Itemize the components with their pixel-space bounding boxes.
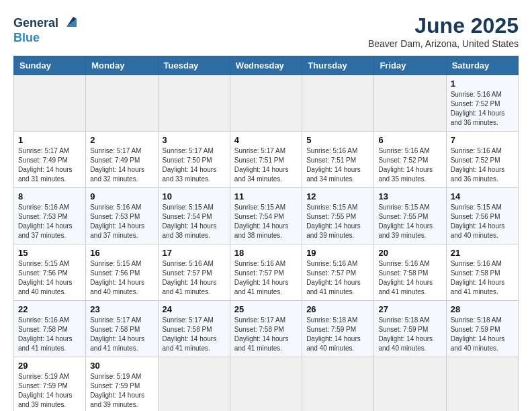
day-number: 30 <box>90 361 153 371</box>
day-info: Sunrise: 5:16 AMSunset: 7:57 PMDaylight:… <box>306 259 369 297</box>
calendar-week-row: 15Sunrise: 5:15 AMSunset: 7:56 PMDayligh… <box>14 244 519 301</box>
day-number: 27 <box>378 304 441 314</box>
day-number: 23 <box>90 304 153 314</box>
day-number: 29 <box>18 361 81 371</box>
day-number: 16 <box>90 248 153 258</box>
day-number: 26 <box>306 304 369 314</box>
calendar-cell: 30Sunrise: 5:19 AMSunset: 7:59 PMDayligh… <box>86 357 158 412</box>
logo-icon <box>60 13 80 34</box>
day-number: 11 <box>234 191 298 201</box>
day-info: Sunrise: 5:17 AMSunset: 7:49 PMDaylight:… <box>18 146 81 184</box>
calendar-cell: 15Sunrise: 5:15 AMSunset: 7:56 PMDayligh… <box>14 244 86 301</box>
calendar-cell: 10Sunrise: 5:15 AMSunset: 7:54 PMDayligh… <box>158 188 230 244</box>
day-number: 5 <box>306 135 369 145</box>
calendar-header-row: SundayMondayTuesdayWednesdayThursdayFrid… <box>14 56 519 75</box>
day-info: Sunrise: 5:16 AMSunset: 7:53 PMDaylight:… <box>18 203 81 240</box>
day-number: 7 <box>451 135 514 145</box>
day-number: 10 <box>163 191 226 201</box>
day-number: 12 <box>306 191 369 201</box>
calendar-cell: 3Sunrise: 5:17 AMSunset: 7:50 PMDaylight… <box>158 132 230 188</box>
day-number: 4 <box>234 135 298 145</box>
main-title: June 2025 <box>368 13 519 38</box>
day-info: Sunrise: 5:17 AMSunset: 7:58 PMDaylight:… <box>90 316 153 353</box>
logo: General Blue <box>13 13 80 45</box>
calendar-cell: 18Sunrise: 5:16 AMSunset: 7:57 PMDayligh… <box>230 244 302 301</box>
day-number: 3 <box>163 135 226 145</box>
day-info: Sunrise: 5:19 AMSunset: 7:59 PMDaylight:… <box>18 372 81 410</box>
day-number: 14 <box>451 191 514 201</box>
calendar-cell: 11Sunrise: 5:15 AMSunset: 7:54 PMDayligh… <box>230 188 302 244</box>
weekday-header: Friday <box>374 56 446 75</box>
subtitle: Beaver Dam, Arizona, United States <box>368 38 519 49</box>
calendar-cell: 20Sunrise: 5:16 AMSunset: 7:58 PMDayligh… <box>374 244 446 301</box>
calendar-cell <box>230 357 302 412</box>
calendar-cell: 16Sunrise: 5:15 AMSunset: 7:56 PMDayligh… <box>86 244 158 301</box>
day-info: Sunrise: 5:17 AMSunset: 7:49 PMDaylight:… <box>90 146 153 184</box>
day-info: Sunrise: 5:15 AMSunset: 7:56 PMDaylight:… <box>451 203 514 240</box>
day-number: 2 <box>90 135 153 145</box>
day-number: 21 <box>451 248 514 258</box>
day-info: Sunrise: 5:18 AMSunset: 7:59 PMDaylight:… <box>451 316 514 353</box>
day-number: 19 <box>306 248 369 258</box>
calendar-cell: 8Sunrise: 5:16 AMSunset: 7:53 PMDaylight… <box>14 188 86 244</box>
calendar-cell: 24Sunrise: 5:17 AMSunset: 7:58 PMDayligh… <box>158 301 230 357</box>
day-info: Sunrise: 5:15 AMSunset: 7:54 PMDaylight:… <box>163 203 226 240</box>
calendar-cell <box>230 75 302 132</box>
day-number: 1 <box>18 135 81 145</box>
calendar-cell <box>14 75 86 132</box>
day-info: Sunrise: 5:16 AMSunset: 7:58 PMDaylight:… <box>18 316 81 353</box>
calendar-week-row: 1Sunrise: 5:16 AMSunset: 7:52 PMDaylight… <box>14 75 519 132</box>
calendar-week-row: 29Sunrise: 5:19 AMSunset: 7:59 PMDayligh… <box>14 357 519 412</box>
header: General Blue June 2025 Beaver Dam, Arizo… <box>13 13 519 49</box>
day-info: Sunrise: 5:19 AMSunset: 7:59 PMDaylight:… <box>90 372 153 410</box>
day-info: Sunrise: 5:15 AMSunset: 7:54 PMDaylight:… <box>234 203 298 240</box>
calendar-week-row: 22Sunrise: 5:16 AMSunset: 7:58 PMDayligh… <box>14 301 519 357</box>
calendar-cell: 5Sunrise: 5:16 AMSunset: 7:51 PMDaylight… <box>302 132 374 188</box>
day-info: Sunrise: 5:16 AMSunset: 7:52 PMDaylight:… <box>451 90 514 128</box>
day-info: Sunrise: 5:16 AMSunset: 7:57 PMDaylight:… <box>163 259 226 297</box>
calendar-cell: 26Sunrise: 5:18 AMSunset: 7:59 PMDayligh… <box>302 301 374 357</box>
calendar-cell <box>302 75 374 132</box>
calendar-cell <box>446 357 518 412</box>
weekday-header: Sunday <box>14 56 86 75</box>
day-info: Sunrise: 5:17 AMSunset: 7:51 PMDaylight:… <box>234 146 298 184</box>
title-section: June 2025 Beaver Dam, Arizona, United St… <box>368 13 519 49</box>
calendar-cell: 23Sunrise: 5:17 AMSunset: 7:58 PMDayligh… <box>86 301 158 357</box>
day-info: Sunrise: 5:17 AMSunset: 7:58 PMDaylight:… <box>234 316 298 353</box>
calendar-cell: 17Sunrise: 5:16 AMSunset: 7:57 PMDayligh… <box>158 244 230 301</box>
day-number: 22 <box>18 304 81 314</box>
day-number: 9 <box>90 191 153 201</box>
day-info: Sunrise: 5:17 AMSunset: 7:58 PMDaylight:… <box>163 316 226 353</box>
calendar-cell: 6Sunrise: 5:16 AMSunset: 7:52 PMDaylight… <box>374 132 446 188</box>
day-number: 13 <box>378 191 441 201</box>
day-info: Sunrise: 5:16 AMSunset: 7:58 PMDaylight:… <box>451 259 514 297</box>
calendar-cell: 4Sunrise: 5:17 AMSunset: 7:51 PMDaylight… <box>230 132 302 188</box>
calendar-cell: 19Sunrise: 5:16 AMSunset: 7:57 PMDayligh… <box>302 244 374 301</box>
calendar-week-row: 1Sunrise: 5:17 AMSunset: 7:49 PMDaylight… <box>14 132 519 188</box>
weekday-header: Saturday <box>446 56 518 75</box>
day-info: Sunrise: 5:16 AMSunset: 7:51 PMDaylight:… <box>306 146 369 184</box>
day-info: Sunrise: 5:15 AMSunset: 7:55 PMDaylight:… <box>378 203 441 240</box>
calendar-cell <box>302 357 374 412</box>
day-info: Sunrise: 5:18 AMSunset: 7:59 PMDaylight:… <box>306 316 369 353</box>
day-info: Sunrise: 5:16 AMSunset: 7:52 PMDaylight:… <box>451 146 514 184</box>
day-info: Sunrise: 5:16 AMSunset: 7:52 PMDaylight:… <box>378 146 441 184</box>
page: General Blue June 2025 Beaver Dam, Arizo… <box>0 0 532 411</box>
calendar-cell: 1Sunrise: 5:17 AMSunset: 7:49 PMDaylight… <box>14 132 86 188</box>
day-number: 1 <box>451 79 514 89</box>
calendar-cell: 22Sunrise: 5:16 AMSunset: 7:58 PMDayligh… <box>14 301 86 357</box>
day-info: Sunrise: 5:17 AMSunset: 7:50 PMDaylight:… <box>163 146 226 184</box>
day-info: Sunrise: 5:18 AMSunset: 7:59 PMDaylight:… <box>378 316 441 353</box>
calendar-cell <box>158 357 230 412</box>
day-number: 18 <box>234 248 298 258</box>
calendar-cell: 1Sunrise: 5:16 AMSunset: 7:52 PMDaylight… <box>446 75 518 132</box>
day-info: Sunrise: 5:16 AMSunset: 7:53 PMDaylight:… <box>90 203 153 240</box>
calendar-cell <box>158 75 230 132</box>
calendar-cell <box>374 357 446 412</box>
day-number: 20 <box>378 248 441 258</box>
logo-text: General <box>13 17 58 30</box>
day-number: 15 <box>18 248 81 258</box>
day-number: 28 <box>451 304 514 314</box>
weekday-header: Wednesday <box>230 56 302 75</box>
calendar-cell: 7Sunrise: 5:16 AMSunset: 7:52 PMDaylight… <box>446 132 518 188</box>
